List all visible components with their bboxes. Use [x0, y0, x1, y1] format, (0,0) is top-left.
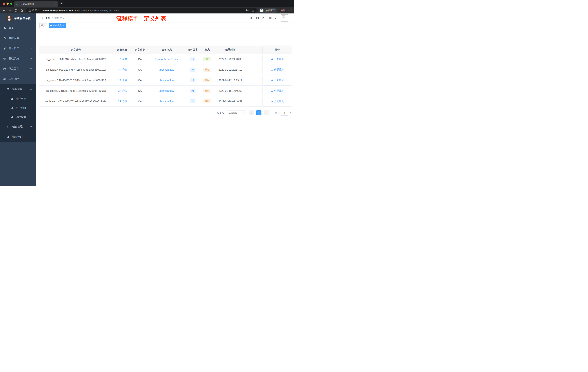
- search-icon[interactable]: [249, 16, 252, 20]
- sidebar-item-dev-tools[interactable]: 研发工具: [0, 64, 36, 74]
- home-button[interactable]: [19, 8, 24, 13]
- sidebar-toggle-icon[interactable]: [39, 16, 43, 20]
- definition-id: oa_leave:1:482ec033-762a-11ec-8477-a2380…: [40, 100, 112, 103]
- sidebar-item-label: 支付管理: [9, 47, 19, 50]
- column-header: 操作: [263, 46, 292, 54]
- definition-name-link[interactable]: OA 请假: [117, 79, 127, 82]
- sidebar-item-leave-query[interactable]: 请假查询: [0, 132, 36, 142]
- breadcrumb-home[interactable]: 首页: [45, 16, 50, 20]
- monitor-icon: [3, 57, 6, 60]
- back-button[interactable]: [2, 8, 7, 13]
- bookmark-star-icon[interactable]: [252, 9, 254, 12]
- sidebar-item-workflow[interactable]: 工作流程: [0, 74, 36, 84]
- font-size-icon[interactable]: TT: [275, 17, 278, 20]
- column-header: 流程版本: [186, 48, 200, 52]
- new-tab-button[interactable]: +: [60, 1, 63, 5]
- form-info-link[interactable]: /bpm/oa/flow: [159, 100, 174, 103]
- prev-page-button[interactable]: ‹: [249, 110, 254, 115]
- goto-label: 前往: [275, 111, 280, 114]
- tag-process-definition[interactable]: 流程定义 ×: [49, 23, 66, 28]
- assign-rule-label: 分配规则: [274, 100, 284, 103]
- form-info-link[interactable]: /bpm/oa/flow: [159, 68, 174, 71]
- definition-id: oa_leave:4:991f2193-7b7f-11ec-a3c8-acde4…: [40, 68, 112, 71]
- breadcrumb-current: 流程定义: [54, 16, 64, 20]
- github-icon[interactable]: [256, 16, 259, 20]
- definition-name-link[interactable]: OA 请假: [117, 57, 127, 61]
- gear-icon: [3, 37, 6, 40]
- sidebar-logo[interactable]: 芋道管理系统: [0, 13, 36, 23]
- address-bar[interactable]: 不安全 dashboard.yudao.iocoder.cn/bpm/manag…: [26, 8, 257, 13]
- browser-tab[interactable]: 芋道管理系统 ×: [14, 1, 58, 7]
- browser-menu-kebab-icon[interactable]: ⋮: [287, 10, 289, 11]
- sidebar-item-process-model[interactable]: 流程模型: [0, 112, 36, 121]
- app-root: 芋道管理系统 首页 系统管理 ¥ 支付管: [0, 13, 294, 186]
- fullscreen-icon[interactable]: [269, 16, 272, 20]
- goto-page-input[interactable]: [281, 110, 288, 116]
- table-row: oa_leave:3:1fad3d93-7b75-11ec-a3c8-acde4…: [40, 75, 292, 86]
- assign-rule-button[interactable]: 分配规则: [271, 79, 284, 82]
- definition-name-link[interactable]: OA 请假: [117, 89, 127, 92]
- definition-id: oa_leave:3:1fad3d93-7b75-11ec-a3c8-acde4…: [40, 79, 112, 82]
- avatar-caret-down-icon[interactable]: [290, 17, 292, 19]
- sidebar-item-label: 流程表单: [16, 97, 26, 100]
- briefcase-icon: [3, 78, 6, 80]
- sidebar-item-process-mgmt[interactable]: 流程管理: [0, 84, 36, 94]
- flow-tree-icon: [7, 125, 10, 128]
- breadcrumb-separator: /: [52, 17, 53, 20]
- breadcrumb: 首页 / 流程定义: [45, 13, 64, 22]
- sidebar-item-user-group[interactable]: 用户分组: [0, 103, 36, 112]
- tag-label: 流程定义: [53, 24, 62, 27]
- assign-rule-label: 分配规则: [274, 68, 284, 71]
- sidebar-item-process-form[interactable]: 流程表单: [0, 94, 36, 103]
- page-size-select[interactable]: 10条/页: [227, 110, 245, 115]
- tag-home[interactable]: 首页: [40, 23, 47, 28]
- chevron-down-icon: [30, 57, 32, 60]
- robot-face-icon: [10, 107, 13, 109]
- sidebar-item-payment[interactable]: ¥ 支付管理: [0, 43, 36, 54]
- forward-button[interactable]: [8, 8, 12, 13]
- chevron-up-icon: [30, 88, 32, 90]
- workflow-submenu: 流程管理 流程表单 用户分组: [0, 84, 36, 142]
- assign-rule-button[interactable]: 分配规则: [271, 100, 284, 103]
- sidebar-item-label: 流程模型: [16, 115, 26, 119]
- user-avatar-broken-image[interactable]: [281, 14, 288, 22]
- security-label[interactable]: 不安全: [32, 9, 39, 12]
- security-warning-icon[interactable]: [28, 9, 31, 12]
- form-info-link[interactable]: /bpm/oa/leave/create: [155, 58, 179, 61]
- tag-close-icon[interactable]: ×: [63, 25, 64, 27]
- sidebar-item-task-mgmt[interactable]: 任务管理: [0, 121, 36, 132]
- reload-button[interactable]: [13, 8, 18, 13]
- browser-update-button[interactable]: 更新 ⋮: [279, 8, 292, 13]
- next-page-button[interactable]: ›: [264, 110, 269, 115]
- chevron-down-icon: [30, 47, 32, 50]
- column-header: 定义编号: [40, 48, 112, 52]
- definition-name-link[interactable]: OA 请假: [117, 100, 127, 103]
- version-badge: v4: [190, 68, 195, 72]
- sidebar-item-infrastructure[interactable]: 基础设施: [0, 54, 36, 64]
- definition-table: 定义编号 定义名称 定义分类 表单信息 流程版本 状态 部署时间 操作 oa_l…: [40, 46, 292, 107]
- tab-title: 芋道管理系统: [20, 2, 53, 6]
- browser-tabstrip: 芋道管理系统 × +: [0, 0, 294, 7]
- zoom-window-button[interactable]: [10, 2, 12, 5]
- page-number-button[interactable]: 1: [256, 110, 262, 115]
- form-info-link[interactable]: /bpm/oa/flow: [159, 89, 174, 92]
- minimize-window-button[interactable]: [7, 2, 9, 5]
- browser-window: 芋道管理系统 × + 不安全 dashboard.yudao.iocoder.c…: [0, 0, 294, 186]
- assign-rule-button[interactable]: 分配规则: [271, 57, 284, 61]
- sidebar-item-home[interactable]: 首页: [0, 23, 36, 33]
- close-window-button[interactable]: [3, 2, 5, 5]
- column-header: 定义名称: [112, 48, 132, 52]
- column-header: 状态: [200, 48, 215, 52]
- help-icon[interactable]: [262, 16, 265, 20]
- version-badge: v2: [190, 89, 195, 93]
- tab-close-icon[interactable]: ×: [53, 3, 56, 6]
- chevron-down-icon: [30, 126, 32, 128]
- form-info-link[interactable]: /bpm/oa/flow: [159, 79, 174, 82]
- assign-rule-button[interactable]: 分配规则: [271, 89, 284, 92]
- password-key-icon[interactable]: [246, 9, 249, 12]
- sidebar-item-system[interactable]: 系统管理: [0, 33, 36, 43]
- url-text[interactable]: dashboard.yudao.iocoder.cn/bpm/manager/d…: [43, 9, 244, 12]
- definition-category: OA: [132, 58, 148, 61]
- assign-rule-button[interactable]: 分配规则: [271, 68, 284, 71]
- definition-name-link[interactable]: OA 请假: [117, 68, 127, 71]
